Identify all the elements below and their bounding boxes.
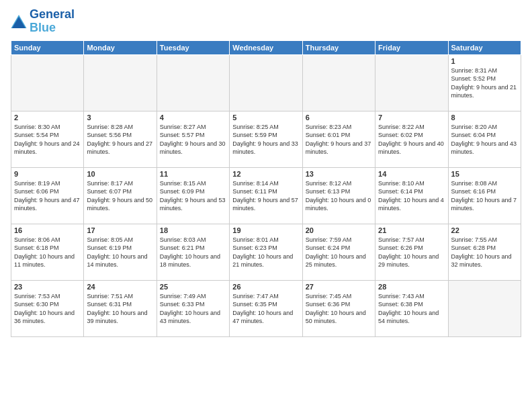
day-number: 17: [87, 226, 153, 234]
day-info: Sunrise: 7:53 AM Sunset: 6:30 PM Dayligh…: [14, 292, 81, 326]
calendar-cell: [84, 54, 157, 111]
day-number: 21: [378, 226, 445, 234]
day-number: 20: [306, 226, 372, 234]
day-info: Sunrise: 8:03 AM Sunset: 6:21 PM Dayligh…: [160, 236, 226, 269]
calendar-cell: 27Sunrise: 7:45 AM Sunset: 6:36 PM Dayli…: [302, 280, 375, 336]
day-info: Sunrise: 8:15 AM Sunset: 6:09 PM Dayligh…: [160, 179, 226, 213]
calendar-cell: 12Sunrise: 8:14 AM Sunset: 6:11 PM Dayli…: [230, 167, 302, 224]
day-number: 5: [232, 113, 299, 122]
day-info: Sunrise: 8:10 AM Sunset: 6:14 PM Dayligh…: [378, 179, 445, 213]
day-number: 11: [160, 170, 226, 178]
calendar-cell: 3Sunrise: 8:28 AM Sunset: 5:56 PM Daylig…: [84, 111, 157, 167]
day-info: Sunrise: 8:25 AM Sunset: 5:59 PM Dayligh…: [232, 123, 299, 156]
day-of-week-friday: Friday: [375, 40, 448, 54]
day-number: 12: [232, 170, 299, 178]
calendar-cell: 14Sunrise: 8:10 AM Sunset: 6:14 PM Dayli…: [375, 167, 448, 224]
calendar-week-1: 2Sunrise: 8:30 AM Sunset: 5:54 PM Daylig…: [11, 111, 521, 167]
calendar-cell: 19Sunrise: 8:01 AM Sunset: 6:23 PM Dayli…: [230, 224, 302, 280]
day-info: Sunrise: 7:49 AM Sunset: 6:33 PM Dayligh…: [160, 292, 226, 326]
day-number: 4: [160, 113, 226, 122]
calendar-cell: 21Sunrise: 7:57 AM Sunset: 6:26 PM Dayli…: [375, 224, 448, 280]
calendar-cell: [157, 54, 229, 111]
day-info: Sunrise: 8:01 AM Sunset: 6:23 PM Dayligh…: [232, 236, 299, 269]
day-info: Sunrise: 8:17 AM Sunset: 6:07 PM Dayligh…: [87, 179, 153, 213]
page: General Blue SundayMondayTuesdayWednesda…: [0, 0, 532, 411]
calendar-cell: [230, 54, 302, 111]
day-number: 23: [14, 283, 81, 291]
day-number: 26: [232, 283, 299, 291]
calendar-cell: [302, 54, 375, 111]
calendar-cell: 10Sunrise: 8:17 AM Sunset: 6:07 PM Dayli…: [84, 167, 157, 224]
day-number: 1: [451, 57, 518, 65]
calendar-cell: 17Sunrise: 8:05 AM Sunset: 6:19 PM Dayli…: [84, 224, 157, 280]
day-info: Sunrise: 8:22 AM Sunset: 6:02 PM Dayligh…: [378, 123, 445, 156]
day-info: Sunrise: 8:23 AM Sunset: 6:01 PM Dayligh…: [306, 123, 372, 156]
day-info: Sunrise: 8:06 AM Sunset: 6:18 PM Dayligh…: [14, 236, 81, 269]
day-info: Sunrise: 8:20 AM Sunset: 6:04 PM Dayligh…: [451, 123, 518, 156]
calendar-cell: 24Sunrise: 7:51 AM Sunset: 6:31 PM Dayli…: [84, 280, 157, 336]
day-info: Sunrise: 8:30 AM Sunset: 5:54 PM Dayligh…: [14, 123, 81, 156]
calendar-cell: 22Sunrise: 7:55 AM Sunset: 6:28 PM Dayli…: [448, 224, 521, 280]
day-of-week-saturday: Saturday: [448, 40, 521, 54]
calendar-cell: 1Sunrise: 8:31 AM Sunset: 5:52 PM Daylig…: [448, 54, 521, 111]
calendar-cell: 28Sunrise: 7:43 AM Sunset: 6:38 PM Dayli…: [375, 280, 448, 336]
calendar-week-2: 9Sunrise: 8:19 AM Sunset: 6:06 PM Daylig…: [11, 167, 521, 224]
calendar-cell: 20Sunrise: 7:59 AM Sunset: 6:24 PM Dayli…: [302, 224, 375, 280]
day-info: Sunrise: 8:19 AM Sunset: 6:06 PM Dayligh…: [14, 179, 81, 213]
day-number: 2: [14, 113, 81, 122]
day-info: Sunrise: 8:28 AM Sunset: 5:56 PM Dayligh…: [87, 123, 153, 156]
day-info: Sunrise: 7:43 AM Sunset: 6:38 PM Dayligh…: [378, 292, 445, 326]
day-number: 13: [306, 170, 372, 178]
calendar-cell: [375, 54, 448, 111]
day-number: 25: [160, 283, 226, 291]
day-number: 18: [160, 226, 226, 234]
day-info: Sunrise: 8:31 AM Sunset: 5:52 PM Dayligh…: [451, 66, 518, 100]
day-number: 3: [87, 113, 153, 122]
calendar-cell: 2Sunrise: 8:30 AM Sunset: 5:54 PM Daylig…: [11, 111, 84, 167]
calendar-cell: [11, 54, 84, 111]
calendar-cell: 16Sunrise: 8:06 AM Sunset: 6:18 PM Dayli…: [11, 224, 84, 280]
day-number: 8: [451, 113, 518, 122]
calendar: SundayMondayTuesdayWednesdayThursdayFrid…: [11, 40, 521, 337]
day-of-week-sunday: Sunday: [11, 40, 84, 54]
day-number: 10: [87, 170, 153, 178]
day-number: 16: [14, 226, 81, 234]
calendar-cell: 23Sunrise: 7:53 AM Sunset: 6:30 PM Dayli…: [11, 280, 84, 336]
day-number: 9: [14, 170, 81, 178]
calendar-cell: 15Sunrise: 8:08 AM Sunset: 6:16 PM Dayli…: [448, 167, 521, 224]
calendar-cell: 9Sunrise: 8:19 AM Sunset: 6:06 PM Daylig…: [11, 167, 84, 224]
day-number: 19: [232, 226, 299, 234]
logo-text: General Blue: [30, 8, 75, 35]
calendar-week-3: 16Sunrise: 8:06 AM Sunset: 6:18 PM Dayli…: [11, 224, 521, 280]
calendar-cell: 6Sunrise: 8:23 AM Sunset: 6:01 PM Daylig…: [302, 111, 375, 167]
calendar-cell: 11Sunrise: 8:15 AM Sunset: 6:09 PM Dayli…: [157, 167, 229, 224]
day-number: 14: [378, 170, 445, 178]
calendar-cell: [448, 280, 521, 336]
day-info: Sunrise: 7:55 AM Sunset: 6:28 PM Dayligh…: [451, 236, 518, 269]
calendar-cell: 4Sunrise: 8:27 AM Sunset: 5:57 PM Daylig…: [157, 111, 229, 167]
day-info: Sunrise: 7:45 AM Sunset: 6:36 PM Dayligh…: [306, 292, 372, 326]
calendar-cell: 7Sunrise: 8:22 AM Sunset: 6:02 PM Daylig…: [375, 111, 448, 167]
day-number: 7: [378, 113, 445, 122]
calendar-cell: 8Sunrise: 8:20 AM Sunset: 6:04 PM Daylig…: [448, 111, 521, 167]
calendar-cell: 25Sunrise: 7:49 AM Sunset: 6:33 PM Dayli…: [157, 280, 229, 336]
logo-icon: [11, 15, 27, 28]
logo: General Blue: [11, 8, 75, 35]
day-of-week-monday: Monday: [84, 40, 157, 54]
day-number: 24: [87, 283, 153, 291]
day-info: Sunrise: 7:51 AM Sunset: 6:31 PM Dayligh…: [87, 292, 153, 326]
day-info: Sunrise: 8:12 AM Sunset: 6:13 PM Dayligh…: [306, 179, 372, 213]
calendar-cell: 26Sunrise: 7:47 AM Sunset: 6:35 PM Dayli…: [230, 280, 302, 336]
calendar-cell: 5Sunrise: 8:25 AM Sunset: 5:59 PM Daylig…: [230, 111, 302, 167]
day-info: Sunrise: 8:27 AM Sunset: 5:57 PM Dayligh…: [160, 123, 226, 156]
svg-marker-1: [12, 17, 26, 28]
calendar-week-4: 23Sunrise: 7:53 AM Sunset: 6:30 PM Dayli…: [11, 280, 521, 336]
day-info: Sunrise: 7:47 AM Sunset: 6:35 PM Dayligh…: [232, 292, 299, 326]
day-of-week-tuesday: Tuesday: [157, 40, 229, 54]
day-number: 6: [306, 113, 372, 122]
day-number: 22: [451, 226, 518, 234]
day-of-week-wednesday: Wednesday: [230, 40, 302, 54]
day-info: Sunrise: 7:59 AM Sunset: 6:24 PM Dayligh…: [306, 236, 372, 269]
day-number: 27: [306, 283, 372, 291]
day-info: Sunrise: 7:57 AM Sunset: 6:26 PM Dayligh…: [378, 236, 445, 269]
